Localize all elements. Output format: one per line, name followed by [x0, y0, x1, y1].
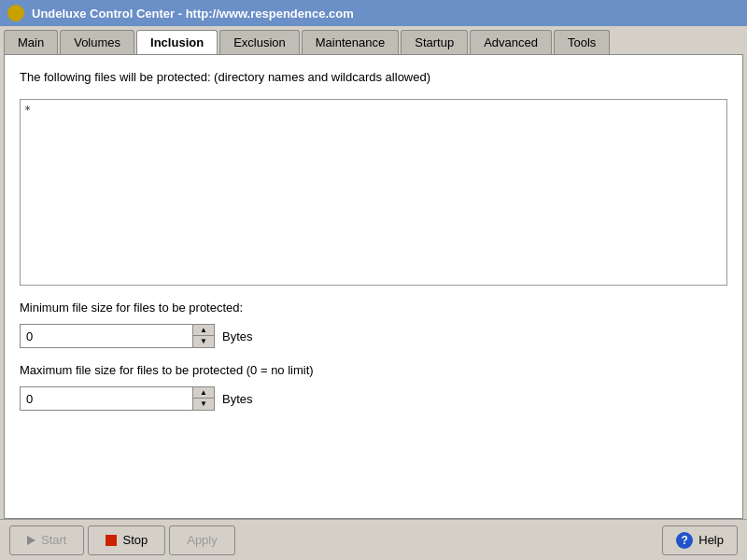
- min-file-size-section: Minimum file size for files to be protec…: [20, 301, 727, 348]
- title-text: Undeluxe Control Center - http://www.res…: [32, 7, 354, 21]
- help-icon: ?: [676, 532, 693, 549]
- play-icon: [27, 536, 35, 545]
- max-file-size-input[interactable]: [20, 386, 192, 411]
- max-file-size-section: Maximum file size for files to be protec…: [20, 363, 727, 411]
- tab-volumes[interactable]: Volumes: [60, 30, 134, 54]
- max-file-size-down-button[interactable]: ▼: [193, 399, 214, 410]
- apply-label: Apply: [187, 533, 218, 547]
- max-file-size-spinner: ▲ ▼: [192, 386, 215, 411]
- apply-button[interactable]: Apply: [169, 525, 235, 555]
- app-icon: [7, 5, 24, 21]
- min-file-size-input-group: ▲ ▼: [20, 324, 215, 348]
- title-bar: Undeluxe Control Center - http://www.res…: [0, 0, 747, 26]
- min-file-size-up-button[interactable]: ▲: [193, 325, 214, 336]
- max-file-size-unit: Bytes: [222, 392, 253, 406]
- min-file-size-down-button[interactable]: ▼: [193, 336, 214, 347]
- tab-bar: Main Volumes Inclusion Exclusion Mainten…: [0, 26, 747, 54]
- tab-startup[interactable]: Startup: [401, 30, 468, 54]
- min-file-size-spinner: ▲ ▼: [192, 324, 215, 348]
- min-file-size-unit: Bytes: [222, 329, 253, 343]
- tab-exclusion[interactable]: Exclusion: [219, 30, 300, 54]
- stop-icon: [106, 535, 117, 546]
- tab-tools[interactable]: Tools: [554, 30, 610, 54]
- tab-advanced[interactable]: Advanced: [470, 30, 552, 54]
- help-button[interactable]: ? Help: [662, 525, 738, 555]
- stop-button[interactable]: Stop: [88, 525, 165, 555]
- max-file-size-input-group: ▲ ▼: [20, 386, 215, 411]
- content-area: The following files will be protected: (…: [4, 54, 743, 519]
- main-container: Main Volumes Inclusion Exclusion Mainten…: [0, 26, 747, 560]
- start-label: Start: [41, 533, 66, 547]
- min-file-size-label: Minimum file size for files to be protec…: [20, 301, 727, 315]
- min-file-size-row: ▲ ▼ Bytes: [20, 324, 727, 348]
- max-file-size-up-button[interactable]: ▲: [193, 387, 214, 399]
- description-label: The following files will be protected: (…: [20, 70, 727, 84]
- file-list-box[interactable]: *: [20, 99, 727, 286]
- bottom-bar: Start Stop Apply ? Help: [0, 519, 747, 560]
- tab-inclusion[interactable]: Inclusion: [136, 30, 218, 54]
- max-file-size-label: Maximum file size for files to be protec…: [20, 363, 727, 377]
- min-file-size-input[interactable]: [20, 324, 192, 348]
- max-file-size-row: ▲ ▼ Bytes: [20, 386, 727, 411]
- help-label: Help: [698, 533, 724, 547]
- tab-main[interactable]: Main: [4, 30, 58, 54]
- stop-label: Stop: [122, 533, 148, 547]
- start-button[interactable]: Start: [9, 525, 84, 555]
- tab-maintenance[interactable]: Maintenance: [302, 30, 399, 54]
- file-list-default-entry: *: [24, 104, 31, 117]
